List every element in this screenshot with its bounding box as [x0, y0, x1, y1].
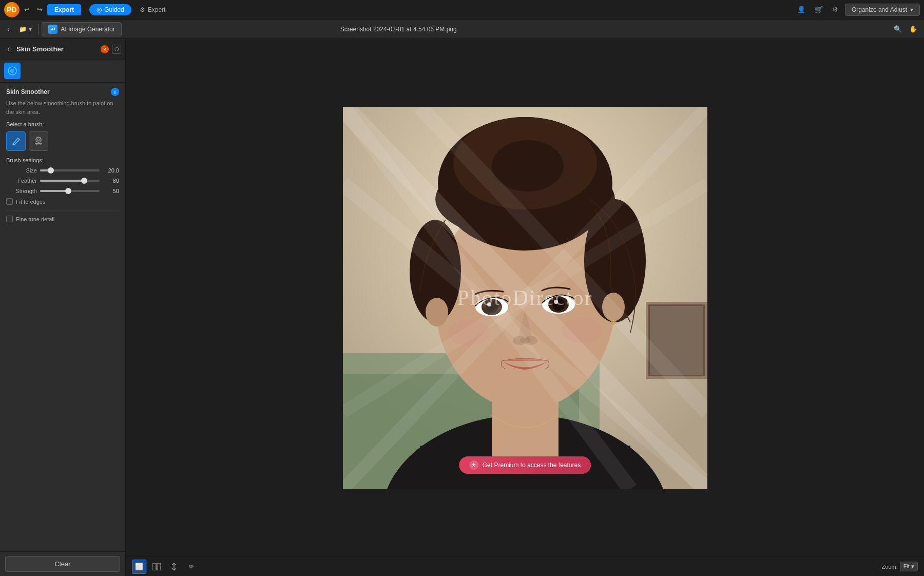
- search-button[interactable]: 🔍: [891, 24, 904, 34]
- fit-to-edges-label: Fit to edges: [16, 199, 45, 205]
- select-brush-label: Select a brush:: [6, 121, 119, 127]
- panel-title-text: Skin Smoother: [6, 88, 50, 95]
- expert-icon: ⚙: [140, 6, 145, 13]
- sidebar-close-button[interactable]: ✕: [101, 45, 109, 53]
- guided-icon: ◎: [97, 6, 102, 13]
- zoom-value: Fit: [903, 563, 910, 569]
- clear-btn-area: Clear: [0, 551, 125, 576]
- size-value: 20.0: [103, 167, 119, 174]
- strength-label: Strength: [6, 188, 37, 194]
- zoom-dropdown[interactable]: Fit ▾: [900, 562, 918, 571]
- sidebar-header: ‹ Skin Smoother ✕ ⬡: [0, 39, 125, 60]
- chevron-down-icon: ▾: [910, 6, 913, 13]
- mode-tabs: ◎ Guided ⚙ Expert: [89, 4, 172, 15]
- panel-section-title: Skin Smoother i: [6, 88, 119, 96]
- photo-canvas: [343, 107, 707, 489]
- redo-button[interactable]: ↪: [34, 4, 45, 15]
- canvas-tools-right: 🔍 ✋: [891, 24, 920, 34]
- compare-button[interactable]: [167, 560, 181, 574]
- svg-point-22: [426, 298, 448, 327]
- strength-slider-track: [40, 190, 100, 192]
- bottom-bar: ⬜ ✏ Zoom: Fit ▾: [126, 556, 924, 576]
- clear-button[interactable]: Clear: [5, 556, 120, 572]
- panel-content: Skin Smoother i Use the below smoothing …: [0, 83, 125, 551]
- cart-icon[interactable]: 🛒: [812, 4, 825, 15]
- feather-slider-row: Feather 80: [6, 178, 119, 184]
- strength-slider-row: Strength 50: [6, 188, 119, 194]
- zoom-label: Zoom: Fit ▾: [882, 562, 918, 571]
- hand-tool-button[interactable]: ✋: [907, 24, 920, 34]
- size-slider-thumb[interactable]: [48, 167, 54, 174]
- main-area: ‹ Skin Smoother ✕ ⬡ Skin Smoother i Use …: [0, 39, 924, 576]
- panel-description: Use the below smoothing brush to paint o…: [6, 99, 119, 116]
- feather-label: Feather: [6, 178, 37, 184]
- sidebar-back-button[interactable]: ‹: [4, 42, 13, 56]
- export-button[interactable]: Export: [47, 4, 81, 15]
- undo-button[interactable]: ↩: [22, 4, 32, 15]
- split-view-button[interactable]: [149, 560, 164, 574]
- strength-slider-thumb[interactable]: [65, 188, 71, 194]
- second-bar: ‹ 📁 ▾ AI AI Image Generator Screenshot 2…: [0, 20, 924, 39]
- tab-guided[interactable]: ◎ Guided: [89, 4, 131, 15]
- brush-settings-label: Brush settings:: [6, 157, 119, 163]
- canvas-main[interactable]: PhotoDirector ★ Get Premium to access th…: [126, 39, 924, 556]
- zoom-text: Zoom:: [882, 564, 898, 570]
- svg-point-1: [10, 69, 14, 73]
- brush-tool-button[interactable]: ✏: [184, 560, 199, 574]
- erase-brush-button[interactable]: [29, 131, 48, 151]
- zoom-arrow-icon: ▾: [911, 563, 914, 569]
- strength-value: 50: [103, 188, 119, 194]
- expert-label: Expert: [148, 6, 166, 13]
- tab-expert[interactable]: ⚙ Expert: [132, 4, 173, 15]
- svg-rect-49: [157, 563, 161, 570]
- premium-icon: ★: [469, 460, 478, 470]
- ai-image-generator-button[interactable]: AI AI Image Generator: [42, 22, 121, 36]
- svg-point-32: [554, 300, 558, 304]
- top-bar-right: 👤 🛒 ⚙ Organize and Adjust ▾: [795, 4, 920, 16]
- ai-icon: AI: [48, 25, 57, 34]
- profile-icon[interactable]: 👤: [795, 4, 808, 15]
- feather-slider-fill: [40, 180, 84, 182]
- fine-tune-label: Fine tune detail: [16, 216, 54, 222]
- sidebar: ‹ Skin Smoother ✕ ⬡ Skin Smoother i Use …: [0, 39, 126, 576]
- size-slider-row: Size 20.0: [6, 167, 119, 174]
- top-bar: PD ↩ ↪ Export ◎ Guided ⚙ Expert 👤 🛒 ⚙ Or…: [0, 0, 924, 20]
- organize-adjust-button[interactable]: Organize and Adjust ▾: [845, 4, 920, 16]
- feather-value: 80: [103, 178, 119, 184]
- info-badge[interactable]: i: [111, 88, 119, 96]
- settings-icon[interactable]: ⚙: [830, 4, 841, 15]
- photo-container: PhotoDirector ★ Get Premium to access th…: [343, 107, 707, 489]
- back-button[interactable]: ‹: [4, 23, 13, 35]
- canvas-area: PhotoDirector ★ Get Premium to access th…: [126, 39, 924, 576]
- app-logo: PD: [4, 2, 20, 17]
- fit-to-edges-checkbox[interactable]: [6, 198, 13, 205]
- divider: [6, 210, 119, 210]
- svg-rect-48: [152, 563, 156, 570]
- size-slider-track: [40, 169, 100, 171]
- premium-banner[interactable]: ★ Get Premium to access the features: [459, 456, 591, 474]
- fit-to-edges-row: Fit to edges: [6, 198, 119, 205]
- sidebar-expand-button[interactable]: ⬡: [112, 45, 121, 54]
- premium-text: Get Premium to access the features: [483, 462, 581, 469]
- organize-label: Organize and Adjust: [852, 6, 907, 13]
- size-label: Size: [6, 167, 37, 174]
- sidebar-title: Skin Smoother: [16, 45, 98, 53]
- ai-label: AI Image Generator: [61, 26, 114, 33]
- fine-tune-checkbox[interactable]: [6, 216, 13, 222]
- feather-slider-track: [40, 180, 100, 182]
- guided-label: Guided: [104, 6, 124, 13]
- fine-tune-row: Fine tune detail: [6, 216, 119, 222]
- top-bar-left: PD ↩ ↪ Export: [4, 2, 81, 17]
- folder-button[interactable]: 📁 ▾: [16, 24, 35, 34]
- paint-brush-button[interactable]: [6, 131, 26, 151]
- svg-point-2: [36, 137, 41, 142]
- strength-slider-fill: [40, 190, 68, 192]
- svg-point-3: [37, 139, 40, 141]
- folder-arrow: ▾: [29, 26, 32, 33]
- svg-point-31: [552, 298, 565, 311]
- single-view-button[interactable]: ⬜: [132, 560, 146, 574]
- skin-smoother-tool-button[interactable]: [4, 63, 21, 79]
- folder-icon: 📁: [19, 26, 27, 33]
- brush-options: [6, 131, 119, 151]
- feather-slider-thumb[interactable]: [81, 178, 87, 184]
